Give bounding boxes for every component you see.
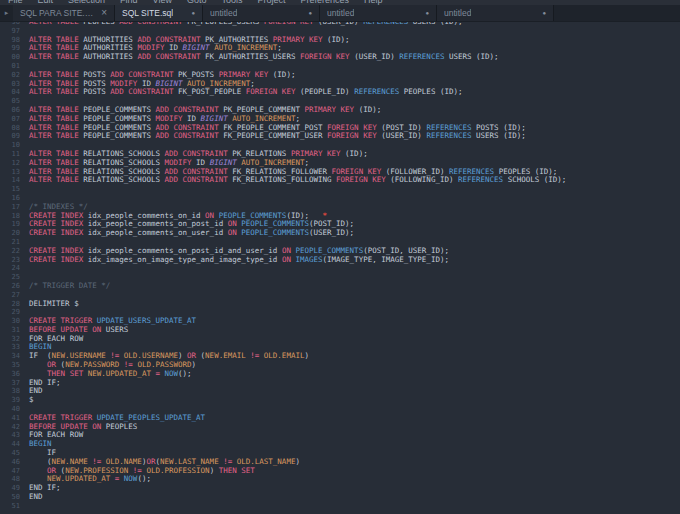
code-text	[29, 194, 680, 203]
line-number: 43	[0, 431, 29, 440]
tab-untitled-3[interactable]: untitled●	[320, 5, 437, 21]
tab-label: untitled	[444, 8, 471, 18]
code-text: THEN SET NEW.UPDATED_AT = NOW();	[29, 370, 680, 379]
line-number: 10	[0, 141, 29, 150]
line-number: 18	[0, 212, 29, 221]
app-window: FileEditSelectionFindViewGotoToolsProjec…	[0, 0, 680, 514]
code-line[interactable]: 24	[0, 264, 680, 273]
line-number: 13	[0, 168, 29, 177]
line-number: 17	[0, 203, 29, 212]
code-line[interactable]: 37END IF;	[0, 379, 680, 388]
line-number: 46	[0, 458, 29, 467]
code-text	[29, 273, 680, 282]
line-number: 39	[0, 396, 29, 405]
code-text: NEW.UPDATED_AT = NOW();	[29, 475, 680, 484]
code-line[interactable]: 15	[0, 185, 680, 194]
tab-overflow-arrow-icon[interactable]: ▸	[0, 5, 13, 21]
tab-untitled-4[interactable]: untitled●	[437, 5, 554, 21]
line-number: 32	[0, 335, 29, 344]
code-text: ALTER TABLE RELATIONS_SCHOOLS ADD CONSTR…	[29, 176, 680, 185]
editor[interactable]: 96ALTER TABLE PEOPLES ADD CONSTRAINT FK_…	[0, 22, 680, 514]
line-number: 04	[0, 88, 29, 97]
line-number: 99	[0, 44, 29, 53]
line-number: 40	[0, 405, 29, 414]
code-line[interactable]: 32FOR EACH ROW	[0, 335, 680, 344]
line-number: 28	[0, 300, 29, 309]
modified-dot-icon: ●	[308, 10, 312, 16]
tab-sql-site-sql-1[interactable]: SQL SITE.sql●	[115, 5, 203, 21]
line-number: 50	[0, 493, 29, 502]
line-number: 44	[0, 440, 29, 449]
code-line[interactable]: 44BEGIN	[0, 440, 680, 449]
line-number: 00	[0, 53, 29, 62]
code-text: CREATE INDEX idx_people_comments_on_user…	[29, 229, 680, 238]
code-text	[29, 291, 680, 300]
line-number: 29	[0, 308, 29, 317]
modified-dot-icon: ●	[191, 10, 195, 16]
line-number: 51	[0, 502, 29, 511]
code-line[interactable]: 16	[0, 194, 680, 203]
code-line[interactable]: 38END	[0, 387, 680, 396]
code-line[interactable]: 51	[0, 502, 680, 511]
code-text: ALTER TABLE POSTS ADD CONSTRAINT FK_POST…	[29, 88, 680, 97]
code-text: DELIMITER $	[29, 300, 680, 309]
line-number: 42	[0, 423, 29, 432]
code-text: FOR EACH ROW	[29, 431, 680, 440]
line-number: 11	[0, 150, 29, 159]
line-number: 36	[0, 370, 29, 379]
line-number: 37	[0, 379, 29, 388]
code-text	[29, 185, 680, 194]
code-line[interactable]: 00ALTER TABLE AUTHORITIES ADD CONSTRAINT…	[0, 53, 680, 62]
line-number: 09	[0, 132, 29, 141]
code-line[interactable]: 48 NEW.UPDATED_AT = NOW();	[0, 475, 680, 484]
code-text: ALTER TABLE PEOPLE_COMMENTS ADD CONSTRAI…	[29, 132, 680, 141]
code-line[interactable]: 27	[0, 291, 680, 300]
code-line[interactable]: 04ALTER TABLE POSTS ADD CONSTRAINT FK_PO…	[0, 88, 680, 97]
line-number: 98	[0, 36, 29, 45]
code-text: CREATE INDEX idx_images_on_image_type_an…	[29, 256, 680, 265]
line-number: 38	[0, 387, 29, 396]
code-line[interactable]: 14ALTER TABLE RELATIONS_SCHOOLS ADD CONS…	[0, 176, 680, 185]
code-line[interactable]: 20CREATE INDEX idx_people_comments_on_us…	[0, 229, 680, 238]
line-number: 45	[0, 449, 29, 458]
line-number: 07	[0, 115, 29, 124]
modified-dot-icon: ●	[425, 10, 429, 16]
code-line[interactable]: 50END	[0, 493, 680, 502]
line-number: 21	[0, 238, 29, 247]
code-line[interactable]: 42BEFORE UPDATE ON PEOPLES	[0, 423, 680, 432]
line-number: 05	[0, 97, 29, 106]
code-text	[29, 502, 680, 511]
line-number: 08	[0, 124, 29, 133]
code-text: ALTER TABLE AUTHORITIES ADD CONSTRAINT F…	[29, 53, 680, 62]
code-line[interactable]: 28DELIMITER $	[0, 300, 680, 309]
tab-label: untitled	[210, 8, 237, 18]
code-text: $	[29, 396, 680, 405]
line-number: 33	[0, 343, 29, 352]
tab-label: SQL SITE.sql	[122, 8, 173, 18]
code-line[interactable]: 23CREATE INDEX idx_images_on_image_type_…	[0, 256, 680, 265]
close-icon[interactable]: ×	[101, 8, 107, 18]
code-line[interactable]: 09ALTER TABLE PEOPLE_COMMENTS ADD CONSTR…	[0, 132, 680, 141]
code-line[interactable]: 49END IF;	[0, 484, 680, 493]
tab-untitled-2[interactable]: untitled●	[203, 5, 320, 21]
tab-sql-para-site-sql-0[interactable]: SQL PARA SITE.sql×	[13, 5, 115, 21]
line-number: 20	[0, 229, 29, 238]
tab-label: SQL PARA SITE.sql	[20, 8, 95, 18]
code-area[interactable]: 96ALTER TABLE PEOPLES ADD CONSTRAINT FK_…	[0, 22, 680, 511]
line-number: 12	[0, 159, 29, 168]
code-text: END	[29, 493, 680, 502]
line-number: 14	[0, 176, 29, 185]
code-text: /* TRIGGER DATE */	[29, 282, 680, 291]
line-number: 16	[0, 194, 29, 203]
line-number: 49	[0, 484, 29, 493]
code-text: END	[29, 387, 680, 396]
code-line[interactable]: 26/* TRIGGER DATE */	[0, 282, 680, 291]
line-number: 25	[0, 273, 29, 282]
code-line[interactable]: 31BEFORE UPDATE ON USERS	[0, 326, 680, 335]
code-line[interactable]: 36 THEN SET NEW.UPDATED_AT = NOW();	[0, 370, 680, 379]
line-number: 01	[0, 62, 29, 71]
code-text: BEFORE UPDATE ON USERS	[29, 326, 680, 335]
code-line[interactable]: 43FOR EACH ROW	[0, 431, 680, 440]
line-number: 03	[0, 80, 29, 89]
code-line[interactable]: 39$	[0, 396, 680, 405]
